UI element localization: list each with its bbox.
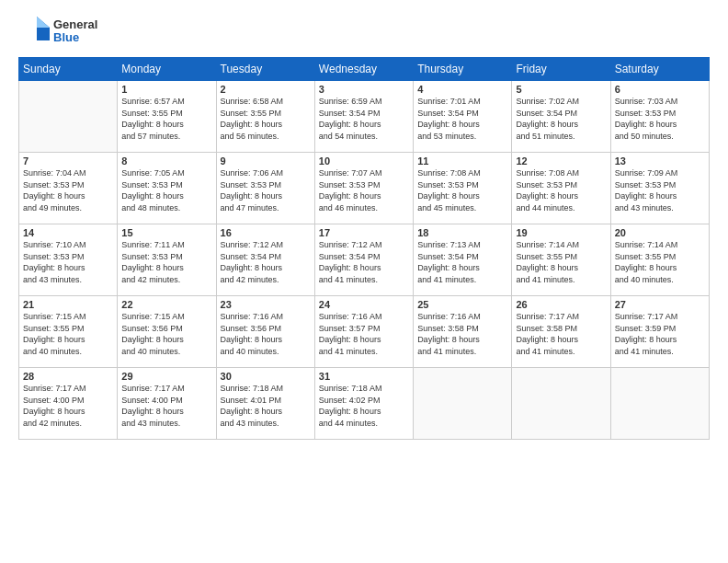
calendar-cell: 14Sunrise: 7:10 AM Sunset: 3:53 PM Dayli… (19, 224, 118, 296)
day-number: 10 (319, 155, 409, 167)
calendar-cell: 30Sunrise: 7:18 AM Sunset: 4:01 PM Dayli… (216, 368, 314, 440)
header: GeneralBlue (18, 15, 710, 48)
day-info: Sunrise: 7:14 AM Sunset: 3:55 PM Dayligh… (516, 239, 606, 285)
day-info: Sunrise: 7:16 AM Sunset: 3:56 PM Dayligh… (221, 311, 311, 357)
calendar-cell: 2Sunrise: 6:58 AM Sunset: 3:55 PM Daylig… (216, 81, 314, 153)
calendar-cell: 19Sunrise: 7:14 AM Sunset: 3:55 PM Dayli… (512, 224, 610, 296)
day-info: Sunrise: 7:04 AM Sunset: 3:53 PM Dayligh… (23, 167, 113, 213)
calendar-cell: 25Sunrise: 7:16 AM Sunset: 3:58 PM Dayli… (414, 296, 512, 368)
day-info: Sunrise: 7:09 AM Sunset: 3:53 PM Dayligh… (615, 167, 705, 213)
calendar-cell: 24Sunrise: 7:16 AM Sunset: 3:57 PM Dayli… (314, 296, 413, 368)
calendar-table: SundayMondayTuesdayWednesdayThursdayFrid… (18, 57, 710, 440)
day-info: Sunrise: 7:16 AM Sunset: 3:58 PM Dayligh… (417, 311, 507, 357)
calendar-cell: 17Sunrise: 7:12 AM Sunset: 3:54 PM Dayli… (314, 224, 413, 296)
day-number: 12 (516, 155, 606, 167)
calendar-header-tuesday: Tuesday (216, 58, 314, 81)
day-number: 15 (121, 227, 211, 238)
logo-text-block: GeneralBlue (18, 15, 97, 48)
day-number: 31 (319, 371, 409, 382)
calendar-header-row: SundayMondayTuesdayWednesdayThursdayFrid… (19, 58, 710, 81)
day-info: Sunrise: 6:59 AM Sunset: 3:54 PM Dayligh… (319, 96, 409, 142)
day-number: 3 (319, 84, 409, 95)
day-info: Sunrise: 7:15 AM Sunset: 3:56 PM Dayligh… (121, 311, 211, 357)
calendar-cell: 6Sunrise: 7:03 AM Sunset: 3:53 PM Daylig… (610, 81, 709, 153)
calendar-header-saturday: Saturday (610, 58, 709, 81)
day-info: Sunrise: 7:08 AM Sunset: 3:53 PM Dayligh… (417, 167, 507, 213)
day-info: Sunrise: 7:17 AM Sunset: 3:59 PM Dayligh… (615, 311, 705, 357)
calendar-cell: 26Sunrise: 7:17 AM Sunset: 3:58 PM Dayli… (512, 296, 610, 368)
day-info: Sunrise: 7:17 AM Sunset: 4:00 PM Dayligh… (23, 383, 113, 429)
day-number: 1 (121, 84, 211, 95)
day-number: 29 (121, 371, 211, 382)
day-number: 17 (319, 227, 409, 238)
calendar-header-friday: Friday (512, 58, 610, 81)
calendar-header-wednesday: Wednesday (314, 58, 413, 81)
calendar-cell: 16Sunrise: 7:12 AM Sunset: 3:54 PM Dayli… (216, 224, 314, 296)
day-number: 4 (417, 84, 507, 95)
calendar-cell: 13Sunrise: 7:09 AM Sunset: 3:53 PM Dayli… (610, 153, 709, 224)
day-number: 13 (615, 155, 705, 167)
day-info: Sunrise: 7:06 AM Sunset: 3:53 PM Dayligh… (221, 167, 311, 213)
day-number: 8 (121, 155, 211, 167)
day-number: 28 (23, 371, 113, 382)
day-number: 14 (23, 227, 113, 238)
calendar-cell: 27Sunrise: 7:17 AM Sunset: 3:59 PM Dayli… (610, 296, 709, 368)
day-info: Sunrise: 7:15 AM Sunset: 3:55 PM Dayligh… (23, 311, 113, 357)
calendar-header-sunday: Sunday (19, 58, 118, 81)
day-info: Sunrise: 7:14 AM Sunset: 3:55 PM Dayligh… (615, 239, 705, 285)
calendar-header-monday: Monday (118, 58, 216, 81)
calendar-cell: 10Sunrise: 7:07 AM Sunset: 3:53 PM Dayli… (314, 153, 413, 224)
day-number: 26 (516, 299, 606, 310)
day-number: 30 (221, 371, 311, 382)
calendar-cell: 8Sunrise: 7:05 AM Sunset: 3:53 PM Daylig… (118, 153, 216, 224)
day-info: Sunrise: 7:17 AM Sunset: 4:00 PM Dayligh… (121, 383, 211, 429)
day-info: Sunrise: 7:18 AM Sunset: 4:01 PM Dayligh… (221, 383, 311, 429)
calendar-cell: 29Sunrise: 7:17 AM Sunset: 4:00 PM Dayli… (118, 368, 216, 440)
day-info: Sunrise: 7:10 AM Sunset: 3:53 PM Dayligh… (23, 239, 113, 285)
day-info: Sunrise: 7:05 AM Sunset: 3:53 PM Dayligh… (121, 167, 211, 213)
day-number: 16 (221, 227, 311, 238)
calendar-cell: 4Sunrise: 7:01 AM Sunset: 3:54 PM Daylig… (414, 81, 512, 153)
calendar-cell: 7Sunrise: 7:04 AM Sunset: 3:53 PM Daylig… (19, 153, 118, 224)
calendar-cell: 22Sunrise: 7:15 AM Sunset: 3:56 PM Dayli… (118, 296, 216, 368)
day-info: Sunrise: 7:12 AM Sunset: 3:54 PM Dayligh… (221, 239, 311, 285)
logo: GeneralBlue (18, 15, 97, 48)
day-info: Sunrise: 6:58 AM Sunset: 3:55 PM Dayligh… (221, 96, 311, 142)
day-info: Sunrise: 7:07 AM Sunset: 3:53 PM Dayligh… (319, 167, 409, 213)
day-number: 21 (23, 299, 113, 310)
day-info: Sunrise: 7:03 AM Sunset: 3:53 PM Dayligh… (615, 96, 705, 142)
calendar-cell: 18Sunrise: 7:13 AM Sunset: 3:54 PM Dayli… (414, 224, 512, 296)
calendar-week-row: 14Sunrise: 7:10 AM Sunset: 3:53 PM Dayli… (19, 224, 710, 296)
day-info: Sunrise: 7:02 AM Sunset: 3:54 PM Dayligh… (516, 96, 606, 142)
page: GeneralBlue SundayMondayTuesdayWednesday… (0, 0, 728, 563)
day-info: Sunrise: 7:17 AM Sunset: 3:58 PM Dayligh… (516, 311, 606, 357)
day-info: Sunrise: 7:11 AM Sunset: 3:53 PM Dayligh… (121, 239, 211, 285)
day-number: 5 (516, 84, 606, 95)
day-info: Sunrise: 7:18 AM Sunset: 4:02 PM Dayligh… (319, 383, 409, 429)
day-info: Sunrise: 7:01 AM Sunset: 3:54 PM Dayligh… (417, 96, 507, 142)
day-number: 25 (417, 299, 507, 310)
day-number: 24 (319, 299, 409, 310)
day-info: Sunrise: 7:16 AM Sunset: 3:57 PM Dayligh… (319, 311, 409, 357)
day-number: 20 (615, 227, 705, 238)
day-number: 27 (615, 299, 705, 310)
general-blue-logo-icon (18, 15, 51, 48)
day-info: Sunrise: 7:08 AM Sunset: 3:53 PM Dayligh… (516, 167, 606, 213)
day-number: 11 (417, 155, 507, 167)
calendar-cell: 1Sunrise: 6:57 AM Sunset: 3:55 PM Daylig… (118, 81, 216, 153)
day-number: 22 (121, 299, 211, 310)
calendar-header-thursday: Thursday (414, 58, 512, 81)
calendar-cell: 20Sunrise: 7:14 AM Sunset: 3:55 PM Dayli… (610, 224, 709, 296)
calendar-week-row: 1Sunrise: 6:57 AM Sunset: 3:55 PM Daylig… (19, 81, 710, 153)
logo-text: GeneralBlue (53, 18, 97, 45)
calendar-cell: 5Sunrise: 7:02 AM Sunset: 3:54 PM Daylig… (512, 81, 610, 153)
day-number: 7 (23, 155, 113, 167)
day-info: Sunrise: 7:13 AM Sunset: 3:54 PM Dayligh… (417, 239, 507, 285)
calendar-week-row: 7Sunrise: 7:04 AM Sunset: 3:53 PM Daylig… (19, 153, 710, 224)
day-info: Sunrise: 6:57 AM Sunset: 3:55 PM Dayligh… (121, 96, 211, 142)
calendar-cell: 15Sunrise: 7:11 AM Sunset: 3:53 PM Dayli… (118, 224, 216, 296)
day-number: 18 (417, 227, 507, 238)
calendar-cell: 23Sunrise: 7:16 AM Sunset: 3:56 PM Dayli… (216, 296, 314, 368)
calendar-cell (610, 368, 709, 440)
day-number: 19 (516, 227, 606, 238)
